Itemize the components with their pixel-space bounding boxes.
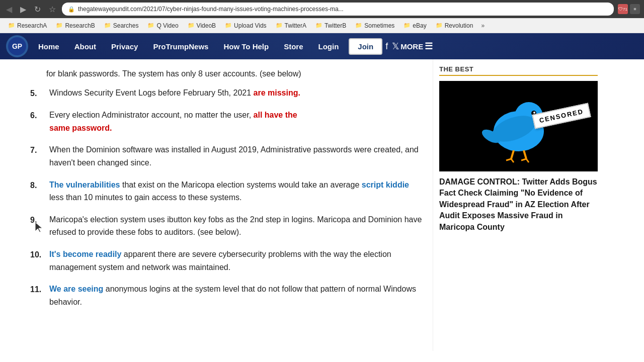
bookmark-qvideo[interactable]: 📁 Q Video: [143, 21, 182, 30]
hamburger-icon[interactable]: ☰: [425, 41, 433, 52]
nav-privacy[interactable]: Privacy: [104, 38, 145, 55]
bookmark-sometimes[interactable]: 📁 Sometimes: [351, 21, 398, 30]
nav-home[interactable]: Home: [31, 38, 66, 55]
bookmark-revolution[interactable]: 📁 Revolution: [432, 21, 477, 30]
reload-button[interactable]: ↻: [32, 4, 43, 15]
list-number: 11.: [30, 283, 46, 308]
list-item: 7. When the Dominion software was instal…: [30, 143, 423, 169]
browser-chrome: ◀ ▶ ↻ ☆ 🔒 thegatewayepundit.com/2021/07/…: [0, 0, 644, 18]
list-number: 10.: [30, 248, 46, 274]
bookmarks-overflow[interactable]: »: [478, 21, 488, 30]
list-content: It's become readily apparent there are s…: [49, 248, 423, 274]
list-item: 11. We are seeing anonymous logins at th…: [30, 283, 423, 308]
list-item: 6. Every election Administrator account,…: [30, 109, 423, 134]
list-number: 6.: [30, 109, 46, 134]
svg-point-7: [533, 112, 535, 114]
facebook-icon[interactable]: f: [385, 41, 388, 52]
list-item: 10. It's become readily apparent there a…: [30, 248, 423, 274]
folder-icon: 📁: [104, 22, 111, 29]
bookmark-searches[interactable]: 📁 Searches: [100, 21, 143, 30]
folder-icon: 📁: [56, 22, 63, 29]
list-number: 8.: [30, 178, 46, 204]
list-content: Windows Security Event Logs before Febru…: [49, 86, 423, 100]
bookmark-twittera[interactable]: 📁 TwitterA: [272, 21, 310, 30]
bookmark-twitterb[interactable]: 📁 TwitterB: [311, 21, 350, 30]
list-number: 7.: [30, 143, 46, 169]
folder-icon: 📁: [315, 22, 323, 29]
bookmark-videob[interactable]: 📁 VideoB: [184, 21, 220, 30]
link-become-readily[interactable]: It's become readily: [49, 250, 121, 258]
folder-icon: 📁: [404, 22, 411, 29]
content-wrapper: for blank passwords. The system has only…: [0, 59, 644, 351]
sidebar-section-best: THE BEST: [439, 65, 598, 233]
folder-icon: 📁: [147, 22, 154, 29]
nav-join-button[interactable]: Join: [349, 38, 382, 55]
list-number: 5.: [30, 86, 46, 100]
folder-icon: 📁: [276, 22, 283, 29]
link-script-kiddie[interactable]: script kiddie: [362, 180, 409, 189]
extension-area: 🛡71 ≡: [618, 4, 640, 14]
list-content: When the Dominion software was installed…: [49, 143, 423, 169]
bookmark-button[interactable]: ☆: [47, 4, 58, 15]
list-item: 5. Windows Security Event Logs before Fe…: [30, 86, 423, 100]
link-we-are-seeing[interactable]: We are seeing: [49, 285, 103, 293]
nav-protrumpnews[interactable]: ProTrumpNews: [146, 38, 215, 55]
bookmark-ebay[interactable]: 📁 eBay: [399, 21, 430, 30]
nav-more-label: MORE: [400, 42, 423, 51]
link-vulnerabilities[interactable]: The vulnerabilities: [49, 180, 120, 189]
sidebar-image: CENSORED: [439, 81, 598, 171]
extension-icon-menu[interactable]: ≡: [630, 4, 640, 14]
back-button[interactable]: ◀: [4, 4, 14, 15]
url-text: thegatewayepundit.com/2021/07/cyber-ninj…: [78, 6, 344, 13]
folder-icon: 📁: [188, 22, 195, 29]
nav-login[interactable]: Login: [311, 38, 346, 55]
extension-icon-shield[interactable]: 🛡71: [618, 4, 628, 14]
address-bar[interactable]: 🔒 thegatewayepundit.com/2021/07/cyber-ni…: [62, 3, 614, 16]
folder-icon: 📁: [225, 22, 232, 29]
bookmark-uploadvids[interactable]: 📁 Upload Vids: [221, 21, 271, 30]
lock-icon: 🔒: [68, 6, 75, 13]
link-same-password[interactable]: all have thesame password.: [49, 111, 297, 132]
nav-about[interactable]: About: [67, 38, 103, 55]
folder-icon: 📁: [355, 22, 362, 29]
article-intro: for blank passwords. The system has only…: [30, 67, 423, 80]
bookmarks-bar: 📁 ResearchA 📁 ResearchB 📁 Searches 📁 Q V…: [0, 18, 644, 33]
link-missing[interactable]: are missing.: [254, 88, 300, 97]
sidebar: THE BEST: [433, 59, 604, 351]
list-content: We are seeing anonymous logins at the sy…: [49, 283, 423, 308]
folder-icon: 📁: [8, 22, 15, 29]
bookmark-researcha[interactable]: 📁 ResearchA: [4, 21, 51, 30]
svg-text:GP: GP: [12, 42, 22, 50]
sidebar-section-title: THE BEST: [439, 65, 598, 76]
main-article: for blank passwords. The system has only…: [0, 59, 433, 351]
sidebar-card[interactable]: CENSORED DAMAGE CONTROL: Twitter Adds Bo…: [439, 81, 598, 233]
nav-howtohelp[interactable]: How To Help: [216, 38, 276, 55]
twitter-bird-image: [439, 81, 598, 171]
list-content: The vulnerabilities that exist on the Ma…: [49, 178, 423, 204]
bookmark-researchb[interactable]: 📁 ResearchB: [52, 21, 99, 30]
site-logo[interactable]: GP: [6, 35, 28, 57]
list-number: 9.: [30, 213, 46, 239]
article-list: 5. Windows Security Event Logs before Fe…: [30, 86, 423, 309]
list-content: Maricopa's election system uses ibutton …: [49, 213, 423, 239]
site-nav: GP Home About Privacy ProTrumpNews How T…: [0, 33, 644, 59]
sidebar-headline[interactable]: DAMAGE CONTROL: Twitter Adds Bogus Fact …: [439, 176, 598, 233]
list-item: 8. The vulnerabilities that exist on the…: [30, 178, 423, 204]
folder-icon: 📁: [436, 22, 443, 29]
list-content: Every election Administrator account, no…: [49, 109, 423, 134]
nav-store[interactable]: Store: [277, 38, 310, 55]
twitter-icon[interactable]: 𝕏: [392, 41, 399, 52]
forward-button[interactable]: ▶: [18, 4, 28, 15]
list-item: 9. Maricopa's election system uses ibutt…: [30, 213, 423, 239]
